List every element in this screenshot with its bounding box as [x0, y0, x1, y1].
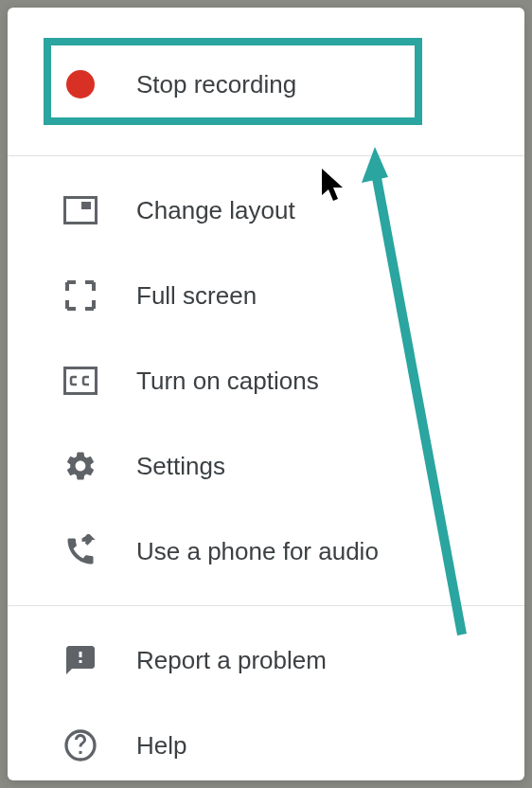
menu-item-label: Full screen [136, 281, 257, 311]
help-icon [62, 727, 98, 763]
menu-item-label: Use a phone for audio [136, 537, 379, 566]
menu-item-label: Report a problem [136, 646, 327, 675]
fullscreen-icon [62, 278, 98, 313]
menu-item-label: Change layout [136, 196, 295, 225]
svg-rect-0 [65, 198, 97, 224]
cursor-pointer-icon [320, 167, 346, 208]
highlight-annotation [44, 38, 422, 125]
svg-line-4 [375, 168, 462, 635]
menu-item-label: Turn on captions [136, 367, 319, 396]
phone-arrow-icon [62, 533, 98, 569]
menu-item-label: Settings [136, 452, 225, 481]
svg-marker-5 [362, 147, 388, 183]
menu-item-label: Help [136, 731, 186, 761]
feedback-icon [62, 642, 98, 678]
help-item[interactable]: Help [8, 703, 524, 788]
svg-rect-1 [81, 202, 91, 209]
layout-icon [62, 192, 98, 228]
svg-rect-2 [65, 368, 97, 394]
annotation-arrow-icon [358, 147, 481, 653]
captions-icon [62, 363, 98, 399]
gear-icon [62, 448, 98, 484]
